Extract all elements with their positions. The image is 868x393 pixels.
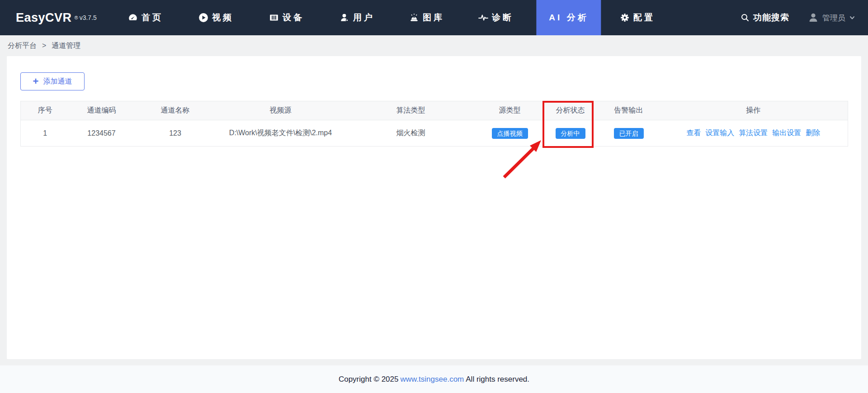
breadcrumb-analysis-platform[interactable]: 分析平台 [8, 41, 37, 51]
function-search[interactable]: 功能搜索 [741, 0, 789, 35]
nav-item-label: 设备 [283, 12, 304, 24]
alarm-output-badge: 已开启 [614, 128, 644, 139]
header-video-source: 视频源 [217, 101, 344, 120]
app-logo-text: EasyCVR [16, 11, 72, 25]
user-menu[interactable]: 管理员 [808, 0, 855, 35]
top-navbar: EasyCVR ® v3.7.5 首页 视频 设备 用户 [0, 0, 868, 35]
user-icon [340, 13, 349, 23]
pulse-icon [478, 13, 488, 23]
person-icon [808, 12, 819, 23]
page: EasyCVR ® v3.7.5 首页 视频 设备 用户 [0, 0, 868, 393]
user-name: 管理员 [822, 13, 845, 23]
cell-channel-name: 123 [134, 120, 217, 147]
nav-item-device[interactable]: 设备 [269, 0, 304, 35]
nav-item-gallery[interactable]: 图库 [409, 0, 444, 35]
table-header-row: 序号 通道编码 通道名称 视频源 算法类型 源类型 分析状态 告警输出 操作 [21, 101, 848, 120]
nav-item-label: AI 分析 [549, 12, 588, 24]
source-type-badge: 点播视频 [492, 128, 528, 139]
footer-copyright-prefix: Copyright © 2025 [339, 375, 399, 384]
nav-item-label: 图库 [423, 12, 444, 24]
dashboard-icon [128, 13, 138, 23]
cell-alarm-output: 已开启 [599, 120, 659, 147]
add-channel-button[interactable]: + 添加通道 [20, 72, 85, 90]
nav-item-label: 用户 [353, 12, 375, 24]
cell-algorithm-type: 烟火检测 [344, 120, 477, 147]
video-icon [198, 13, 208, 23]
add-channel-label: 添加通道 [43, 77, 72, 86]
nav-item-video[interactable]: 视频 [198, 0, 234, 35]
footer-copyright-suffix: All rights reserved. [466, 375, 529, 384]
device-icon [269, 13, 279, 23]
header-analysis-status: 分析状态 [542, 101, 599, 120]
header-operations: 操作 [659, 101, 848, 120]
cell-analysis-status: 分析中 [542, 120, 599, 147]
footer-site-link[interactable]: www.tsingsee.com [400, 375, 464, 384]
header-channel-code: 通道编码 [70, 101, 134, 120]
cell-video-source: D:\Work\视频老文件\检测\2.mp4 [217, 120, 344, 147]
chevron-down-icon [849, 14, 855, 21]
cell-channel-code: 1234567 [70, 120, 134, 147]
search-icon [741, 13, 750, 22]
header-algorithm-type: 算法类型 [344, 101, 477, 120]
table-row: 1 1234567 123 D:\Work\视频老文件\检测\2.mp4 烟火检… [21, 120, 848, 147]
cell-source-type: 点播视频 [477, 120, 542, 147]
output-settings-link[interactable]: 输出设置 [772, 129, 801, 137]
header-alarm-output: 告警输出 [599, 101, 659, 120]
gear-icon [620, 13, 630, 23]
analysis-status-badge: 分析中 [556, 128, 585, 139]
nav-item-home[interactable]: 首页 [128, 0, 163, 35]
plus-icon: + [33, 77, 39, 86]
content-card: + 添加通道 序号 通道编码 通道名称 视频源 算法类型 源类型 分析状态 告警… [7, 56, 861, 359]
cell-operations: 查看设置输入算法设置输出设置删除 [659, 120, 848, 147]
algorithm-settings-link[interactable]: 算法设置 [739, 129, 768, 137]
app-logo[interactable]: EasyCVR ® v3.7.5 [16, 0, 97, 35]
cell-index: 1 [21, 120, 70, 147]
breadcrumb-channel-management: 通道管理 [52, 41, 80, 51]
function-search-label: 功能搜索 [753, 12, 789, 24]
app-version: v3.7.5 [80, 14, 97, 21]
header-index: 序号 [21, 101, 70, 120]
header-channel-name: 通道名称 [134, 101, 217, 120]
nav-item-label: 首页 [142, 12, 163, 24]
nav-item-config[interactable]: 配置 [620, 0, 655, 35]
nav-item-label: 配置 [633, 12, 655, 24]
set-input-link[interactable]: 设置输入 [705, 129, 734, 137]
nav-item-ai-analysis[interactable]: AI 分析 [536, 0, 601, 35]
registered-mark: ® [75, 15, 78, 20]
channel-table: 序号 通道编码 通道名称 视频源 算法类型 源类型 分析状态 告警输出 操作 1… [20, 101, 848, 147]
breadcrumb: 分析平台 > 通道管理 [8, 35, 80, 56]
alarm-lamp-icon [409, 13, 419, 23]
delete-link[interactable]: 删除 [806, 129, 820, 137]
nav-item-label: 视频 [212, 12, 234, 24]
nav-item-diagnosis[interactable]: 诊断 [478, 0, 514, 35]
header-source-type: 源类型 [477, 101, 542, 120]
nav-item-label: 诊断 [492, 12, 514, 24]
footer: Copyright © 2025 www.tsingsee.com All ri… [0, 365, 868, 393]
nav-item-user[interactable]: 用户 [340, 0, 375, 35]
view-link[interactable]: 查看 [686, 129, 701, 137]
breadcrumb-separator: > [42, 42, 46, 50]
